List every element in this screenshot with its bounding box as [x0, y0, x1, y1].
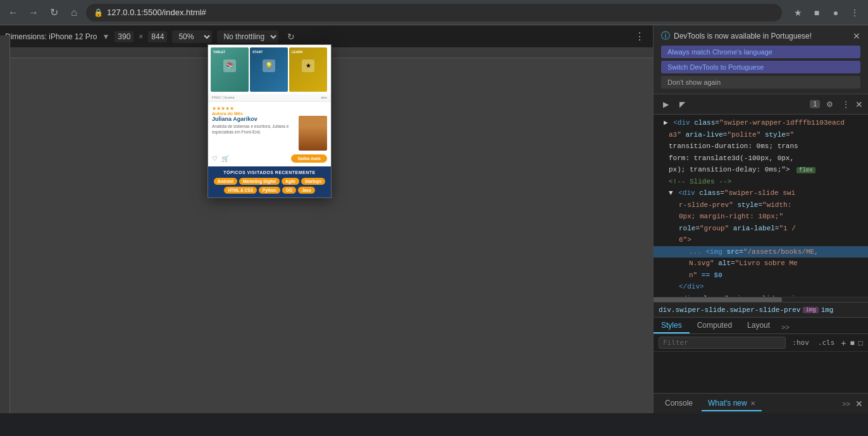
- tabs-more-button[interactable]: >>: [778, 321, 793, 333]
- heart-icon[interactable]: ♡: [212, 155, 218, 162]
- back-button[interactable]: ←: [5, 4, 22, 21]
- address-bar[interactable]: 🔒 127.0.0.1:5500/index.html#: [86, 4, 782, 22]
- styles-toolbar: :hov .cls + ■ □: [654, 334, 868, 352]
- forward-button[interactable]: →: [25, 4, 42, 21]
- dom-line-2d[interactable]: role="group" aria-label="1 /: [654, 223, 868, 235]
- books-section: TABLET 📚 START 💡 LEARN ★: [208, 45, 331, 94]
- bookmark-button[interactable]: ★: [790, 4, 806, 21]
- author-card: ★★★★★ Autora do Mês Juliana Agarikov Ana…: [208, 101, 331, 166]
- style-copy-button[interactable]: □: [859, 339, 863, 347]
- breadcrumb-img[interactable]: img: [821, 306, 834, 314]
- dom-line-2b[interactable]: r-slide-prev" style="width:: [654, 199, 868, 211]
- tab-styles[interactable]: Styles: [654, 318, 690, 333]
- author-content: Juliana Agarikov Analista de sistemas e …: [212, 116, 327, 151]
- dom-line-img-b[interactable]: N.svg" alt="Livro sobre Me: [654, 258, 868, 270]
- dom-line-2e[interactable]: 6">: [654, 234, 868, 246]
- devtools-breadcrumb: div.swiper-slide.swiper-slide-prev img i…: [654, 302, 868, 317]
- element-count-badge: 1: [810, 100, 820, 108]
- book-cover-icon-2: 💡: [263, 59, 275, 72]
- inspect-element-button[interactable]: ▶: [659, 97, 673, 111]
- style-options-button[interactable]: ■: [850, 339, 855, 347]
- expand-arrow-2[interactable]: ▼: [669, 189, 673, 197]
- saiba-mais-button[interactable]: Saiba mais: [291, 154, 327, 163]
- dom-line-1b[interactable]: a3" aria-live="polite" style=": [654, 129, 868, 141]
- books-carousel: TABLET 📚 START 💡 LEARN ★: [211, 47, 328, 92]
- more-options-button[interactable]: ⋮: [631, 28, 648, 45]
- tab-whats-new[interactable]: What's new ✕: [702, 396, 762, 411]
- book-thumb-3[interactable]: LEARN ★: [289, 47, 327, 92]
- dom-comment-slides[interactable]: <!-- Slides -->: [654, 176, 868, 188]
- topic-html-css[interactable]: HTML & CSS: [224, 187, 257, 194]
- whats-new-close[interactable]: ✕: [750, 400, 755, 407]
- topic-agile[interactable]: Agile: [282, 178, 299, 185]
- viewport-height[interactable]: 844: [148, 31, 167, 42]
- url-text: 127.0.0.1:5500/index.html#: [107, 8, 206, 17]
- dom-line-1c[interactable]: transition-duration: 0ms; trans: [654, 140, 868, 153]
- author-actions: ♡ 🛒 Saiba mais: [212, 154, 327, 163]
- book-thumb-2[interactable]: START 💡: [250, 47, 288, 92]
- dom-scrollbar[interactable]: [654, 297, 868, 302]
- dom-scrollbar-thumb[interactable]: [654, 297, 782, 302]
- zoom-select[interactable]: 50% 75% 100%: [172, 30, 212, 43]
- browser-actions: ★ ■ ● ⋮: [790, 4, 863, 21]
- cls-button[interactable]: .cls: [815, 338, 838, 347]
- more-tools-button[interactable]: ⋮: [839, 97, 853, 111]
- filter-input[interactable]: [659, 337, 786, 349]
- dom-line-2[interactable]: ▼ <div class="swiper-slide swi: [654, 187, 868, 199]
- notif-text: DevTools is now available in Portuguese!: [674, 32, 849, 40]
- topic-marketing-digital[interactable]: Marketing Digital: [239, 178, 280, 185]
- dom-line-2c[interactable]: 0px; margin-right: 10px;": [654, 211, 868, 223]
- close-devtools-button[interactable]: ✕: [855, 99, 863, 109]
- publisher-left: FNAC | livraria: [212, 96, 235, 99]
- tab-console[interactable]: Console: [659, 396, 699, 411]
- notif-header: ⓘ DevTools is now available in Portugues…: [661, 30, 860, 42]
- expand-arrow-1[interactable]: ▶: [664, 119, 668, 127]
- dom-line-img-c[interactable]: n" == $0: [654, 270, 868, 282]
- author-text: Juliana Agarikov Analista de sistemas e …: [212, 116, 295, 151]
- device-toolbar-button[interactable]: ◤: [675, 97, 689, 111]
- topic-oo[interactable]: OO: [282, 187, 296, 194]
- topic-java[interactable]: Java: [298, 187, 314, 194]
- dom-line-img[interactable]: ... <img src="/assets/books/ME,: [654, 246, 868, 258]
- notif-close-button[interactable]: ✕: [853, 31, 860, 41]
- dont-show-again-button[interactable]: Don't show again: [661, 76, 860, 89]
- close-bottom-panel[interactable]: ✕: [855, 399, 863, 409]
- extensions-button[interactable]: ■: [809, 4, 825, 21]
- device-viewport: TABLET 📚 START 💡 LEARN ★ FNAC | livraria: [208, 44, 332, 198]
- rotate-button[interactable]: ↻: [283, 29, 299, 44]
- viewport-width[interactable]: 390: [115, 31, 133, 42]
- topic-startups[interactable]: Startups: [301, 178, 325, 185]
- dom-line-1e[interactable]: px); transition-delay: 0ms;"> flex: [654, 164, 868, 176]
- book-cover-text-2: START: [250, 47, 288, 57]
- book-cover-text-1: TABLET: [211, 47, 249, 57]
- dom-tree[interactable]: ▶ <div class="swiper-wrapper-1dfffb1103e…: [654, 115, 868, 297]
- tab-computed[interactable]: Computed: [690, 318, 740, 333]
- settings-button[interactable]: ⚙: [822, 97, 836, 111]
- dom-line-1[interactable]: ▶ <div class="swiper-wrapper-1dfffb1103e…: [654, 117, 868, 129]
- devtools-styles-panel: Styles Computed Layout >> :hov .cls + ■ …: [654, 317, 868, 393]
- bottom-more-button[interactable]: >>: [842, 400, 850, 408]
- book-thumb-1[interactable]: TABLET 📚: [211, 47, 249, 92]
- dom-line-1d[interactable]: form: translate3d(-100px, 0px,: [654, 153, 868, 165]
- dom-line-div-close[interactable]: </div>: [654, 281, 868, 293]
- switch-portuguese-button[interactable]: Switch DevTools to Portuguese: [661, 61, 860, 73]
- topic-python[interactable]: Python: [259, 187, 280, 194]
- add-style-button[interactable]: +: [841, 338, 846, 348]
- topics-section: TÓPICOS VISITADOS RECENTEMENTE Android M…: [208, 166, 331, 197]
- author-name: Juliana Agarikov: [212, 116, 295, 122]
- topic-android[interactable]: Android: [214, 178, 237, 185]
- book-cover-icon-1: 📚: [223, 59, 236, 72]
- styles-tabs: Styles Computed Layout >>: [654, 318, 868, 334]
- cart-icon[interactable]: 🛒: [221, 155, 229, 162]
- throttle-select[interactable]: No throttling Fast 3G Slow 3G: [217, 30, 278, 43]
- hov-button[interactable]: :hov: [790, 338, 812, 347]
- profile-button[interactable]: ●: [828, 4, 844, 21]
- match-language-button[interactable]: Always match Chrome's language: [661, 46, 860, 58]
- refresh-button[interactable]: ↻: [46, 4, 62, 21]
- menu-button[interactable]: ⋮: [846, 4, 863, 21]
- home-button[interactable]: ⌂: [66, 4, 82, 21]
- dimensions-label: Dimensions: iPhone 12 Pro: [5, 32, 97, 41]
- breadcrumb-swiper-slide[interactable]: div.swiper-slide.swiper-slide-prev: [659, 306, 800, 314]
- tab-layout[interactable]: Layout: [740, 318, 778, 333]
- topics-title: TÓPICOS VISITADOS RECENTEMENTE: [212, 170, 327, 175]
